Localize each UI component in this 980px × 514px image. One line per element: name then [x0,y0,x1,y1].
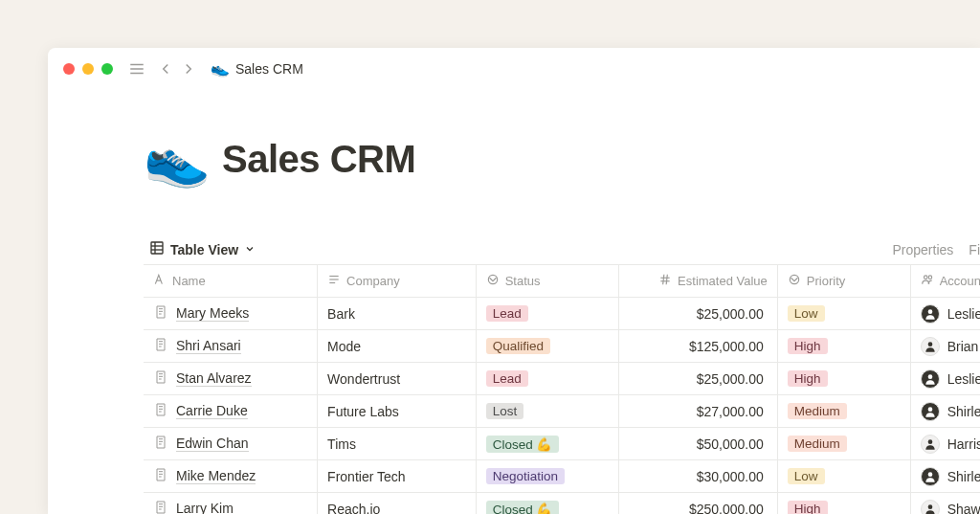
priority-cell[interactable]: Medium [777,395,910,428]
name-cell[interactable]: Shri Ansari [144,330,318,363]
svg-point-19 [927,342,932,346]
breadcrumb-icon: 👟 [211,59,230,78]
priority-tag: Medium [788,403,847,419]
priority-cell[interactable]: Low [777,460,910,493]
table-row[interactable]: Edwin ChanTimsClosed 💪$50,000.00MediumHa… [144,428,980,460]
page-title[interactable]: Sales CRM [222,138,415,181]
owner-cell[interactable]: Harrison Mede [910,428,980,460]
avatar [921,402,940,421]
status-cell[interactable]: Lost [476,395,619,428]
svg-point-23 [927,472,932,477]
name-cell[interactable]: Mary Meeks [144,298,318,330]
owner-cell[interactable]: Shawn Sanche [910,493,980,515]
owner-cell[interactable]: Shirley Miao [910,395,980,428]
view-bar: Table View Properties Fi [144,236,980,262]
column-header-value[interactable]: Estimated Value [619,265,778,298]
status-cell[interactable]: Qualified [476,330,619,363]
name-cell[interactable]: Edwin Chan [144,428,318,460]
status-tag: Negotiation [486,468,565,484]
table-row[interactable]: Stan AlvarezWondertrustLead$25,000.00Hig… [144,363,980,395]
name-cell[interactable]: Mike Mendez [144,460,318,493]
priority-cell[interactable]: Low [777,298,910,330]
priority-cell[interactable]: High [777,493,910,515]
value-cell[interactable]: $125,000.00 [619,330,778,363]
column-header-name[interactable]: Name [144,265,318,298]
name-link[interactable]: Stan Alvarez [176,370,252,387]
name-link[interactable]: Shri Ansari [176,338,241,354]
table-header-row: Name Company Status Estimated Value Prio… [144,265,980,298]
svg-line-14 [666,275,667,285]
filter-button[interactable]: Fi [969,242,980,257]
name-link[interactable]: Edwin Chan [176,436,249,452]
status-cell[interactable]: Lead [476,298,619,330]
name-cell[interactable]: Larry Kim [144,493,318,515]
company-cell[interactable]: Mode [318,330,477,363]
nav-back-button[interactable] [157,60,174,78]
company-cell[interactable]: Frontier Tech [318,460,477,493]
priority-cell[interactable]: High [777,330,910,363]
column-header-company[interactable]: Company [318,265,477,298]
name-cell[interactable]: Carrie Duke [144,395,318,428]
owner-name: Leslie Jensen [947,371,980,387]
owner-cell[interactable]: Brian Park [910,330,980,363]
company-cell[interactable]: Future Labs [318,395,477,428]
column-header-status[interactable]: Status [476,265,619,298]
value-cell[interactable]: $27,000.00 [619,395,778,428]
table-row[interactable]: Mary MeeksBarkLead$25,000.00LowLeslie Je… [144,298,980,330]
company-cell[interactable]: Reach.io [318,493,477,515]
minimize-window-button[interactable] [82,63,94,75]
table-row[interactable]: Shri AnsariModeQualified$125,000.00HighB… [144,330,980,363]
column-header-priority[interactable]: Priority [777,265,910,298]
close-window-button[interactable] [63,63,75,75]
svg-point-22 [927,439,932,444]
name-link[interactable]: Mike Mendez [176,468,256,484]
value-cell[interactable]: $30,000.00 [619,460,778,493]
page-icon [153,304,168,323]
properties-button[interactable]: Properties [893,242,954,257]
maximize-window-button[interactable] [101,63,113,75]
priority-cell[interactable]: High [777,363,910,395]
table-row[interactable]: Mike MendezFrontier TechNegotiation$30,0… [144,460,980,493]
svg-point-18 [927,309,932,314]
select-property-icon [788,273,801,289]
status-cell[interactable]: Lead [476,363,619,395]
name-cell[interactable]: Stan Alvarez [144,363,318,395]
status-tag: Closed 💪 [486,436,560,453]
page-icon [153,467,168,485]
owner-cell[interactable]: Leslie Jensen [910,298,980,330]
company-cell[interactable]: Wondertrust [318,363,477,395]
column-header-owner[interactable]: Account Owner [910,265,980,298]
status-tag: Closed 💪 [486,501,560,515]
view-selector[interactable]: Table View [144,236,261,262]
page-icon[interactable]: 👟 [144,127,211,190]
breadcrumb[interactable]: 👟 Sales CRM [211,59,303,78]
company-cell[interactable]: Bark [318,298,477,330]
value-cell[interactable]: $25,000.00 [619,298,778,330]
owner-cell[interactable]: Leslie Jensen [910,363,980,395]
name-link[interactable]: Larry Kim [176,501,234,514]
breadcrumb-title: Sales CRM [235,61,303,77]
value-cell[interactable]: $25,000.00 [619,363,778,395]
page-icon [153,500,168,514]
avatar [921,467,940,486]
priority-cell[interactable]: Medium [777,428,910,460]
svg-point-21 [927,407,932,412]
view-toolbar: Properties Fi [893,242,980,257]
status-cell[interactable]: Closed 💪 [476,493,619,515]
owner-cell[interactable]: Shirley Miao [910,460,980,493]
table-row[interactable]: Larry KimReach.ioClosed 💪$250,000.00High… [144,493,980,515]
view-label: Table View [170,242,238,257]
table-row[interactable]: Carrie DukeFuture LabsLost$27,000.00Medi… [144,395,980,428]
status-tag: Qualified [486,338,550,354]
status-cell[interactable]: Closed 💪 [476,428,619,460]
menu-icon[interactable] [128,60,145,78]
value-cell[interactable]: $50,000.00 [619,428,778,460]
avatar [921,369,940,389]
owner-name: Shirley Miao [947,469,980,484]
name-link[interactable]: Mary Meeks [176,305,249,322]
status-cell[interactable]: Negotiation [476,460,619,493]
name-link[interactable]: Carrie Duke [176,403,248,419]
value-cell[interactable]: $250,000.00 [619,493,778,515]
company-cell[interactable]: Tims [318,428,477,460]
nav-forward-button[interactable] [180,60,197,78]
